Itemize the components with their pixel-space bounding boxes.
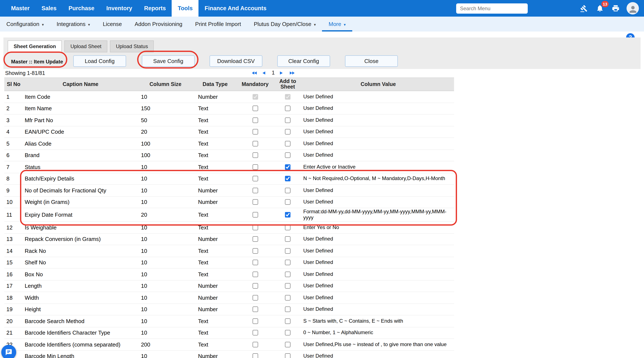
cell-caption-name: Barcode Search Method bbox=[23, 317, 138, 325]
cell-column-size: 200 bbox=[138, 341, 193, 349]
notifications-bell-icon[interactable]: 13 bbox=[595, 3, 604, 13]
table-row: 10 Weight (in Grams) 10 Number User Defi… bbox=[4, 196, 454, 208]
cell-column-value: User Defined bbox=[302, 235, 454, 243]
add-to-sheet-checkbox[interactable] bbox=[285, 260, 290, 265]
mandatory-checkbox[interactable] bbox=[252, 283, 258, 289]
topnav-item-finance-and-accounts[interactable]: Finance And Accounts bbox=[199, 0, 272, 16]
mandatory-checkbox[interactable] bbox=[252, 319, 258, 324]
add-to-sheet-checkbox[interactable] bbox=[285, 225, 290, 230]
subnav-item-integrations[interactable]: Integrations▾ bbox=[50, 16, 96, 31]
cell-mandatory bbox=[237, 294, 273, 301]
subnav-item-print-profile-import[interactable]: Print Profile Import bbox=[189, 16, 247, 31]
add-to-sheet-checkbox[interactable] bbox=[285, 106, 290, 111]
last-page-icon[interactable] bbox=[289, 70, 295, 75]
topnav-item-tools[interactable]: Tools bbox=[172, 0, 199, 16]
add-to-sheet-checkbox[interactable] bbox=[285, 176, 290, 182]
cell-column-size: 10 bbox=[138, 329, 193, 337]
add-to-sheet-checkbox[interactable] bbox=[285, 164, 290, 170]
close-button[interactable]: Close bbox=[345, 55, 398, 67]
add-to-sheet-checkbox[interactable] bbox=[285, 188, 290, 193]
add-to-sheet-checkbox[interactable] bbox=[285, 199, 290, 205]
mandatory-checkbox[interactable] bbox=[252, 164, 258, 170]
mandatory-checkbox[interactable] bbox=[252, 94, 258, 100]
add-to-sheet-checkbox[interactable] bbox=[285, 94, 290, 100]
cell-add-to-sheet bbox=[273, 128, 302, 136]
mandatory-checkbox[interactable] bbox=[252, 153, 258, 158]
add-to-sheet-checkbox[interactable] bbox=[285, 237, 290, 242]
mandatory-checkbox[interactable] bbox=[252, 307, 258, 312]
clear-config-button[interactable]: Clear Config bbox=[277, 55, 330, 67]
mandatory-checkbox[interactable] bbox=[252, 342, 258, 347]
add-to-sheet-checkbox[interactable] bbox=[285, 307, 290, 312]
mandatory-checkbox[interactable] bbox=[252, 330, 258, 336]
add-to-sheet-checkbox[interactable] bbox=[285, 272, 290, 277]
mandatory-checkbox[interactable] bbox=[252, 117, 258, 123]
load-config-button[interactable]: Load Config bbox=[73, 55, 126, 67]
mandatory-checkbox[interactable] bbox=[252, 106, 258, 111]
topnav-item-purchase[interactable]: Purchase bbox=[62, 0, 100, 16]
mandatory-checkbox[interactable] bbox=[252, 225, 258, 230]
cell-sl-no: 5 bbox=[4, 140, 23, 148]
cell-column-size: 10 bbox=[138, 317, 193, 325]
tab-upload-status[interactable]: Upload Status bbox=[110, 40, 154, 52]
printer-icon[interactable] bbox=[611, 3, 620, 13]
user-avatar[interactable] bbox=[626, 2, 639, 14]
cell-mandatory bbox=[237, 175, 273, 182]
add-to-sheet-checkbox[interactable] bbox=[285, 283, 290, 289]
mandatory-checkbox[interactable] bbox=[252, 129, 258, 135]
mandatory-checkbox[interactable] bbox=[252, 141, 258, 146]
first-page-icon[interactable] bbox=[251, 70, 257, 75]
gavel-icon[interactable] bbox=[579, 3, 589, 13]
add-to-sheet-checkbox[interactable] bbox=[285, 295, 290, 301]
tab-upload-sheet[interactable]: Upload Sheet bbox=[64, 40, 107, 52]
cell-data-type: Text bbox=[193, 341, 237, 349]
mandatory-checkbox[interactable] bbox=[252, 354, 258, 358]
mandatory-checkbox[interactable] bbox=[252, 212, 258, 218]
next-page-icon[interactable] bbox=[279, 70, 285, 75]
topnav-item-reports[interactable]: Reports bbox=[138, 0, 172, 16]
add-to-sheet-checkbox[interactable] bbox=[285, 319, 290, 324]
previous-page-icon[interactable] bbox=[262, 70, 268, 75]
subnav-item-license[interactable]: License bbox=[96, 16, 128, 31]
mandatory-checkbox[interactable] bbox=[252, 237, 258, 242]
subnav-item-more[interactable]: More▾ bbox=[322, 16, 352, 31]
add-to-sheet-checkbox[interactable] bbox=[285, 141, 290, 146]
cell-data-type: Number bbox=[193, 294, 237, 302]
mandatory-checkbox[interactable] bbox=[252, 248, 258, 254]
cell-data-type: Number bbox=[193, 306, 237, 314]
cell-sl-no: 9 bbox=[4, 186, 23, 195]
mandatory-checkbox[interactable] bbox=[252, 199, 258, 205]
subnav-item-configuration[interactable]: Configuration▾ bbox=[0, 16, 50, 31]
download-csv-button[interactable]: Download CSV bbox=[210, 55, 262, 67]
add-to-sheet-checkbox[interactable] bbox=[285, 117, 290, 123]
topnav-item-sales[interactable]: Sales bbox=[36, 0, 62, 16]
search-input[interactable] bbox=[456, 3, 528, 13]
cell-sl-no: 17 bbox=[4, 282, 23, 290]
save-config-button[interactable]: Save Config bbox=[142, 55, 195, 67]
cell-data-type: Text bbox=[193, 175, 237, 183]
mandatory-checkbox[interactable] bbox=[252, 188, 258, 193]
cell-column-value: User Defined bbox=[302, 271, 454, 278]
add-to-sheet-checkbox[interactable] bbox=[285, 330, 290, 336]
subnav-item-addon-provisioning[interactable]: Addon Provisioning bbox=[128, 16, 189, 31]
mandatory-checkbox[interactable] bbox=[252, 272, 258, 277]
add-to-sheet-checkbox[interactable] bbox=[285, 153, 290, 158]
chat-widget-button[interactable] bbox=[1, 345, 16, 358]
subnav-item-plutus-day-open-close[interactable]: Plutus Day Open/Close▾ bbox=[248, 16, 322, 31]
cell-caption-name: Barcode Min Length bbox=[23, 352, 138, 358]
mandatory-checkbox[interactable] bbox=[252, 260, 258, 265]
add-to-sheet-checkbox[interactable] bbox=[285, 129, 290, 135]
cell-caption-name: Barcode Identifiers Character Type bbox=[23, 329, 138, 337]
add-to-sheet-checkbox[interactable] bbox=[285, 354, 290, 358]
cell-column-value: User Defined bbox=[302, 105, 454, 112]
tab-sheet-generation[interactable]: Sheet Generation bbox=[8, 40, 62, 52]
topnav-item-master[interactable]: Master bbox=[5, 0, 36, 16]
topnav-item-inventory[interactable]: Inventory bbox=[100, 0, 138, 16]
add-to-sheet-checkbox[interactable] bbox=[285, 248, 290, 254]
add-to-sheet-checkbox[interactable] bbox=[285, 212, 290, 218]
mandatory-checkbox[interactable] bbox=[252, 176, 258, 182]
add-to-sheet-checkbox[interactable] bbox=[285, 342, 290, 347]
cell-column-value: User Defined bbox=[302, 259, 454, 266]
mandatory-checkbox[interactable] bbox=[252, 295, 258, 301]
sheet-generation-panel: Sheet GenerationUpload SheetUpload Statu… bbox=[4, 37, 640, 69]
